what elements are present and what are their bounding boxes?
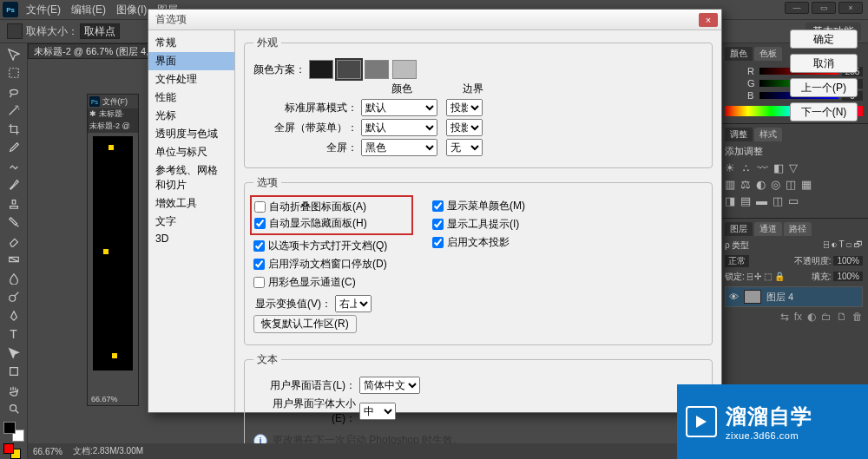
current-tool-icon[interactable] [7, 23, 23, 39]
cb-text-shadow[interactable]: 启用文本投影 [432, 235, 525, 250]
cb-autoreveal[interactable]: 自动显示隐藏面板(H) [254, 216, 409, 231]
fx-icon[interactable]: fx [794, 311, 802, 323]
cb-tooltips[interactable]: 显示工具提示(I) [432, 217, 525, 232]
scheme-dark[interactable] [309, 60, 333, 79]
menu-image[interactable]: 图像(I) [111, 0, 152, 19]
ok-button[interactable]: 确定 [790, 30, 858, 49]
fg-bg-swatches[interactable] [3, 422, 24, 442]
adj-photo-filter-icon[interactable]: ◎ [771, 178, 780, 191]
reset-workspace-button[interactable]: 恢复默认工作区(R) [253, 315, 357, 333]
crop-tool-icon[interactable] [3, 120, 24, 139]
tab-styles[interactable]: 样式 [754, 128, 782, 141]
brush-tool-icon[interactable] [3, 176, 24, 195]
scheme-light[interactable] [392, 60, 417, 79]
cb-autocollapse[interactable]: 自动折叠图标面板(A) [254, 200, 409, 214]
tab-adjustments[interactable]: 调整 [725, 128, 753, 141]
full-menu-border-select[interactable]: 投影 [446, 119, 483, 136]
ui-fontsize-select[interactable]: 中 [359, 403, 396, 420]
shape-tool-icon[interactable] [3, 363, 24, 382]
adj-threshold-icon[interactable]: ▬ [756, 194, 767, 207]
adj-vibrance-icon[interactable]: ▽ [789, 161, 798, 174]
sample-size-select[interactable]: 取样点 [80, 23, 120, 39]
adj-balance-icon[interactable]: ⚖ [740, 178, 751, 191]
mask-icon[interactable]: ◐ [807, 311, 816, 323]
nav-type[interactable]: 文字 [148, 213, 234, 231]
cb-float-docking[interactable]: 启用浮动文档窗口停放(D) [253, 257, 410, 272]
cancel-button[interactable]: 取消 [790, 54, 858, 73]
pen-tool-icon[interactable] [3, 306, 24, 325]
adj-brightness-icon[interactable]: ☀ [725, 161, 735, 174]
adj-curves-icon[interactable]: 〰 [757, 161, 768, 174]
ui-language-select[interactable]: 简体中文 [359, 377, 420, 394]
cb-color-channels[interactable]: 用彩色显示通道(C) [253, 275, 410, 290]
history-brush-icon[interactable] [3, 213, 24, 233]
close-icon[interactable]: × [699, 13, 718, 27]
cb-menu-colors[interactable]: 显示菜单颜色(M) [432, 199, 525, 213]
scheme-medium[interactable] [365, 60, 389, 79]
scheme-medium-dark[interactable] [337, 60, 361, 79]
menu-edit[interactable]: 编辑(E) [66, 0, 111, 19]
status-zoom[interactable]: 66.67% [33, 447, 62, 456]
new-folder-icon[interactable]: 🗀 [821, 311, 832, 323]
menu-file[interactable]: 文件(E) [21, 0, 66, 19]
gradient-tool-icon[interactable] [3, 251, 24, 270]
win-close-icon[interactable]: × [838, 2, 863, 14]
layer-item[interactable]: 👁 图层 4 [725, 286, 863, 307]
heal-tool-icon[interactable] [3, 157, 24, 176]
dodge-tool-icon[interactable] [3, 288, 24, 307]
lasso-tool-icon[interactable] [3, 82, 24, 102]
nav-3d[interactable]: 3D [148, 231, 234, 246]
nav-cursors[interactable]: 光标 [148, 107, 234, 125]
new-layer-icon[interactable]: 🗋 [837, 311, 847, 323]
tab-paths[interactable]: 路径 [784, 222, 812, 236]
hand-tool-icon[interactable] [3, 381, 24, 400]
adj-invert-icon[interactable]: ◨ [725, 194, 735, 207]
nav-performance[interactable]: 性能 [148, 89, 234, 107]
nav-units[interactable]: 单位与标尺 [148, 143, 234, 161]
adj-selcolor-icon[interactable]: ◫ [773, 194, 783, 207]
marquee-tool-icon[interactable] [3, 64, 24, 83]
adj-levels-icon[interactable]: ⛬ [740, 161, 752, 174]
full-color-select[interactable]: 黑色 [361, 139, 437, 156]
std-border-select[interactable]: 投影 [446, 99, 483, 116]
nav-transparency[interactable]: 透明度与色域 [148, 125, 234, 143]
trash-icon[interactable]: 🗑 [852, 311, 863, 323]
eye-icon[interactable]: 👁 [729, 292, 739, 302]
eyedropper-tool-icon[interactable] [3, 139, 24, 158]
floating-doc[interactable]: Ps 文件(F) ✱ 未标题· 未标题-2 @ 66.67% [87, 94, 139, 406]
cb-tabbed-docs[interactable]: 以选项卡方式打开文档(Q) [253, 239, 410, 253]
full-border-select[interactable]: 无 [446, 139, 483, 156]
next-button[interactable]: 下一个(N) [790, 102, 858, 121]
adj-hue-icon[interactable]: ▥ [725, 178, 735, 191]
nav-interface[interactable]: 界面 [148, 52, 234, 70]
move-tool-icon[interactable] [3, 45, 24, 64]
prev-button[interactable]: 上一个(P) [790, 78, 858, 97]
std-color-select[interactable]: 默认 [361, 99, 437, 116]
nav-general[interactable]: 常规 [148, 34, 234, 52]
win-min-icon[interactable]: — [785, 2, 809, 14]
adj-exposure-icon[interactable]: ◧ [773, 161, 784, 174]
nav-filehandling[interactable]: 文件处理 [148, 70, 234, 89]
adj-posterize-icon[interactable]: ▤ [740, 194, 751, 207]
stamp-tool-icon[interactable] [3, 194, 24, 213]
transform-pos-select[interactable]: 右上 [335, 295, 372, 312]
eraser-tool-icon[interactable] [3, 232, 24, 251]
adj-mixer-icon[interactable]: ◫ [786, 178, 796, 191]
blur-tool-icon[interactable] [3, 269, 24, 288]
fill-input[interactable]: 100% [833, 272, 863, 281]
nav-guides[interactable]: 参考线、网格和切片 [148, 161, 234, 194]
opacity-input[interactable]: 100% [833, 256, 863, 266]
full-menu-color-select[interactable]: 默认 [361, 119, 437, 136]
type-tool-icon[interactable]: T [3, 325, 24, 344]
tab-swatches[interactable]: 色板 [754, 47, 782, 61]
nav-plugins[interactable]: 增效工具 [148, 194, 234, 213]
tab-channels[interactable]: 通道 [754, 222, 782, 236]
blend-mode-select[interactable]: 正常 [725, 255, 749, 267]
path-select-icon[interactable] [3, 344, 24, 363]
zoom-tool-icon[interactable] [3, 400, 24, 419]
wand-tool-icon[interactable] [3, 102, 24, 121]
adj-gradient-icon[interactable]: ▭ [788, 194, 799, 207]
tab-color[interactable]: 颜色 [725, 47, 753, 61]
link-icon[interactable]: ⇆ [780, 311, 789, 323]
adj-bw-icon[interactable]: ◐ [756, 178, 766, 191]
